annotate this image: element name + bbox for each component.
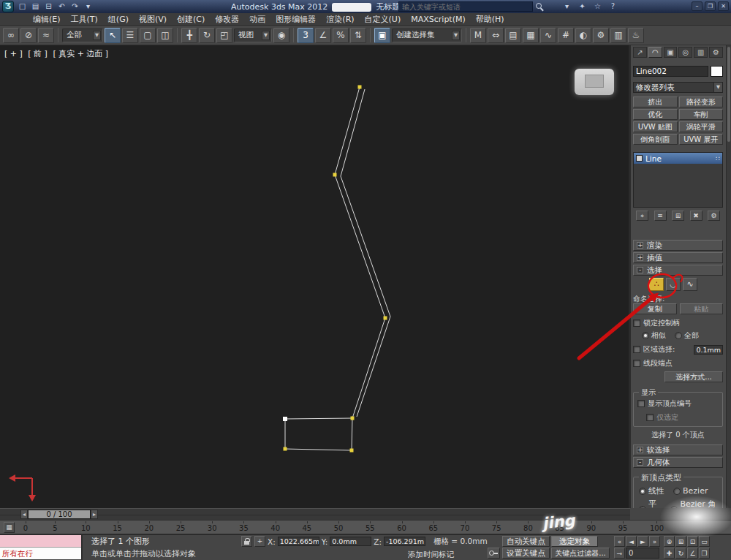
use-pivot-point-button[interactable]: ◉ — [273, 28, 289, 43]
app-logo-icon[interactable]: Ʒ — [2, 1, 14, 12]
search-input[interactable] — [398, 1, 533, 12]
lock-handles-checkbox[interactable]: 锁定控制柄 — [633, 318, 723, 328]
menu-item-views[interactable]: 视图(V) — [134, 14, 172, 25]
menu-item-graph-editors[interactable]: 图形编辑器 — [270, 14, 321, 25]
graphite-ribbon-toggle[interactable]: ▦ — [523, 28, 539, 43]
x-coordinate-field[interactable]: 1022.665m — [278, 537, 319, 546]
checkbox-icon[interactable] — [646, 414, 654, 421]
segment-end-checkbox[interactable]: 线段端点 — [633, 358, 723, 368]
add-time-tag-button[interactable]: 添加时间标记 — [408, 549, 454, 559]
key-filter-selected-dropdown[interactable]: 选定对象 — [551, 536, 598, 547]
layer-manager-button[interactable]: ▤ — [505, 28, 521, 43]
rollout-soft-selection[interactable]: + 软选择 — [633, 444, 723, 455]
viewport-general-menu[interactable]: [ + ] — [4, 49, 23, 58]
help-icon[interactable]: ? — [607, 1, 618, 12]
snaps-toggle-button[interactable]: 3 — [298, 28, 314, 43]
key-mode-toggle[interactable]: ⊸ — [614, 548, 625, 559]
viewport-shading-menu[interactable]: [ 真实 + 边面 ] — [53, 49, 108, 58]
play-animation-button[interactable]: ► — [637, 536, 648, 547]
auto-key-toggle[interactable]: 自动关键点 — [502, 536, 550, 547]
field-of-view-button[interactable]: ∠ — [687, 548, 698, 559]
segment-subobject-button[interactable]: ◡ — [666, 278, 681, 291]
modifier-path-deform-button[interactable]: 路径变形 — [679, 97, 724, 107]
menu-item-maxscript[interactable]: MAXScript(M) — [406, 15, 471, 24]
rollout-render[interactable]: + 渲染 — [633, 240, 723, 251]
menu-item-create[interactable]: 创建(C) — [172, 14, 210, 25]
mirror-button[interactable]: M — [470, 28, 486, 43]
redo-button[interactable]: ↷ — [69, 1, 81, 12]
render-setup-button[interactable]: ⚙ — [593, 28, 609, 43]
radio-icon[interactable] — [675, 332, 682, 339]
orbit-viewport-button[interactable]: ↻ — [675, 548, 686, 559]
absolute-offset-mode-toggle[interactable]: + — [254, 536, 265, 547]
close-button[interactable]: ✕ — [718, 1, 729, 11]
align-button[interactable]: ⇔ — [488, 28, 504, 43]
spline-vertex[interactable] — [284, 447, 287, 451]
spinner-snap-toggle[interactable]: ⇅ — [350, 28, 366, 43]
object-name-field[interactable]: Line002 — [633, 66, 708, 77]
rollout-interpolation[interactable]: + 插值 — [633, 252, 723, 263]
search-icon[interactable] — [534, 1, 545, 12]
current-frame-field[interactable]: 0 — [626, 548, 659, 559]
modifier-uvw-map-button[interactable]: UVW 贴图 — [633, 121, 678, 132]
menu-item-modifiers[interactable]: 修改器 — [210, 14, 244, 25]
go-to-end-button[interactable]: » — [649, 536, 660, 547]
viewport-canvas[interactable] — [0, 45, 630, 508]
radio-icon[interactable] — [639, 506, 646, 508]
maximize-viewport-toggle[interactable]: ❐ — [699, 548, 710, 559]
all-radio[interactable]: 全部 — [675, 330, 699, 341]
menu-item-customize[interactable]: 自定义(U) — [360, 14, 406, 25]
radio-icon[interactable] — [673, 488, 681, 495]
modifier-extrude-button[interactable]: 挤出 — [633, 97, 678, 107]
spline-vertex[interactable] — [384, 317, 387, 320]
area-selection-threshold-field[interactable]: 0.1mm — [694, 345, 723, 355]
object-color-swatch[interactable] — [711, 66, 723, 77]
key-filters-button[interactable]: 关键点过滤器... — [551, 548, 610, 559]
listener-pane[interactable]: 所有在行 — [0, 548, 81, 559]
rollout-geometry[interactable]: - 几何体 — [633, 457, 723, 468]
select-by-button[interactable]: 选择方式... — [664, 371, 723, 382]
rectangular-selection-region-button[interactable]: ▢ — [140, 28, 156, 43]
checkbox-icon[interactable] — [633, 319, 640, 327]
time-slider-left-arrow[interactable]: ◂ — [20, 510, 28, 519]
select-object-button[interactable]: ↖ — [105, 28, 121, 43]
modifier-list-dropdown[interactable]: 修改器列表 ▼ — [633, 82, 723, 93]
copy-named-selection-button[interactable]: 复制 — [633, 303, 677, 314]
radio-icon[interactable] — [639, 488, 646, 495]
curve-editor-button[interactable]: ∿ — [540, 28, 556, 43]
configure-modifier-sets-button[interactable]: ⚙ — [708, 211, 720, 221]
utilities-tab[interactable]: ⚙ — [709, 47, 723, 58]
checkbox-icon[interactable] — [633, 346, 640, 353]
spline-vertex[interactable] — [350, 449, 354, 453]
select-and-move-button[interactable]: ╋ — [181, 28, 197, 43]
go-to-start-button[interactable]: « — [614, 536, 625, 547]
pin-stack-button[interactable]: ⌖ — [636, 211, 648, 221]
panel-scrollbar[interactable] — [726, 45, 731, 508]
spline-subobject-button[interactable]: ∿ — [683, 278, 697, 291]
bezier-vertex-radio[interactable]: Bezier — [673, 485, 708, 496]
set-keys-button[interactable] — [488, 548, 500, 559]
menu-item-rendering[interactable]: 渲染(R) — [321, 14, 359, 25]
remove-modifier-button[interactable]: ✖ — [690, 211, 702, 221]
show-end-result-toggle[interactable]: ≡ — [654, 211, 667, 221]
maxscript-mini-listener[interactable]: 所有在行 — [0, 535, 83, 560]
quick-access-dropdown[interactable]: ▾ — [82, 1, 94, 12]
select-by-name-button[interactable]: ☰ — [122, 28, 138, 43]
hierarchy-tab[interactable]: ▣ — [664, 47, 678, 58]
macro-recorder-pane[interactable] — [0, 535, 81, 548]
edit-named-selection-sets-button[interactable]: ▣ — [374, 28, 390, 43]
named-selection-sets-dropdown[interactable]: 创建选择集▼ — [392, 29, 462, 42]
menu-item-help[interactable]: 帮助(H) — [471, 14, 510, 25]
search-history-dropdown[interactable]: ▾ — [561, 1, 572, 12]
maximize-button[interactable]: ❐ — [705, 1, 716, 11]
viewcube[interactable] — [575, 69, 614, 95]
paste-named-selection-button[interactable]: 粘贴 — [680, 303, 724, 314]
modifier-optimize-button[interactable]: 优化 — [633, 109, 678, 120]
viewport-front[interactable]: [ + ] [ 前 ] [ 真实 + 边面 ] — [0, 45, 630, 508]
spline-vertex[interactable] — [333, 173, 337, 177]
rollout-selection[interactable]: - 选择 — [633, 265, 723, 276]
render-production-button[interactable]: ♨ — [628, 28, 644, 43]
smooth-vertex-radio[interactable]: 平滑 — [639, 499, 662, 508]
selection-lock-toggle[interactable] — [241, 536, 252, 547]
motion-tab[interactable]: ◎ — [678, 47, 692, 58]
